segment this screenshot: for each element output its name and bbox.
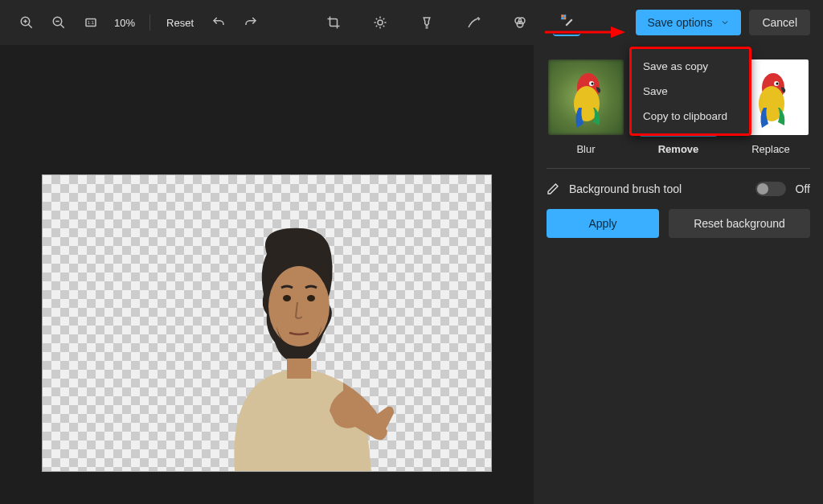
svg-point-34 xyxy=(592,83,594,85)
reset-zoom-button[interactable]: Reset xyxy=(160,12,200,34)
brush-toggle[interactable] xyxy=(755,182,786,196)
svg-rect-23 xyxy=(561,14,563,17)
undo-icon xyxy=(211,15,226,30)
option-blur[interactable]: Blur xyxy=(547,58,625,155)
brush-tool-row: Background brush tool Off xyxy=(547,182,810,196)
brush-toggle-state: Off xyxy=(796,182,810,195)
crop-tool-button[interactable] xyxy=(320,9,347,36)
save-options-button[interactable]: Save options xyxy=(636,10,741,35)
menu-save[interactable]: Save xyxy=(632,79,749,104)
reset-background-button[interactable]: Reset background xyxy=(669,209,810,238)
svg-point-29 xyxy=(307,295,315,301)
option-label: Remove xyxy=(658,143,699,155)
svg-marker-44 xyxy=(611,27,625,38)
redo-icon xyxy=(244,15,258,30)
filter-tool-button[interactable] xyxy=(413,9,440,36)
fit-screen-button[interactable]: 1:1 xyxy=(77,9,104,36)
svg-line-16 xyxy=(376,26,378,27)
adjustment-icon xyxy=(373,15,387,30)
svg-point-42 xyxy=(776,83,779,85)
save-options-label: Save options xyxy=(647,16,712,29)
svg-line-17 xyxy=(383,18,385,20)
annotation-arrow xyxy=(545,24,625,40)
parrot-icon xyxy=(564,68,612,132)
panel-actions: Apply Reset background xyxy=(547,209,810,238)
brush-tool-label: Background brush tool xyxy=(569,182,746,195)
undo-button[interactable] xyxy=(205,9,232,36)
svg-line-5 xyxy=(60,24,64,28)
crop-icon xyxy=(326,15,341,30)
cancel-button[interactable]: Cancel xyxy=(749,10,810,35)
fit-screen-icon: 1:1 xyxy=(84,15,98,30)
menu-save-as-copy[interactable]: Save as copy xyxy=(632,54,749,79)
svg-line-14 xyxy=(376,18,378,20)
divider xyxy=(547,168,810,169)
save-options-dropdown: Save as copy Save Copy to clipboard xyxy=(629,47,751,136)
blur-thumbnail xyxy=(547,58,625,137)
retouch-tool-button[interactable] xyxy=(506,9,534,36)
svg-rect-30 xyxy=(287,359,311,379)
zoom-percentage: 10% xyxy=(109,17,140,29)
option-label: Blur xyxy=(576,143,595,155)
redo-button[interactable] xyxy=(237,9,264,36)
svg-text:1:1: 1:1 xyxy=(88,20,95,25)
svg-line-1 xyxy=(28,24,32,28)
zoom-out-icon xyxy=(51,15,66,30)
markup-icon xyxy=(466,15,481,30)
svg-rect-24 xyxy=(563,14,566,17)
separator xyxy=(149,14,150,31)
filter-icon xyxy=(420,15,434,30)
adjustment-tool-button[interactable] xyxy=(366,9,394,36)
chevron-down-icon xyxy=(720,18,730,27)
toolbar-actions-group: Save options Cancel xyxy=(636,10,810,35)
svg-point-9 xyxy=(378,20,383,25)
toolbar-zoom-group: 1:1 10% Reset xyxy=(13,9,264,36)
zoom-in-button[interactable] xyxy=(13,9,40,36)
markup-tool-button[interactable] xyxy=(460,9,487,36)
apply-button[interactable]: Apply xyxy=(547,209,659,238)
svg-rect-26 xyxy=(563,17,566,19)
option-label: Replace xyxy=(751,143,790,155)
svg-point-28 xyxy=(283,295,291,301)
top-toolbar: 1:1 10% Reset xyxy=(0,0,823,45)
photo-subject-person xyxy=(186,222,412,471)
menu-copy-clipboard[interactable]: Copy to clipboard xyxy=(632,104,749,129)
svg-rect-25 xyxy=(561,17,563,19)
parrot-icon xyxy=(749,68,797,132)
image-canvas[interactable] xyxy=(42,174,492,472)
pencil-icon xyxy=(547,182,559,195)
zoom-in-icon xyxy=(19,15,34,30)
canvas-area xyxy=(0,45,534,504)
svg-line-15 xyxy=(383,26,385,27)
svg-point-22 xyxy=(517,22,523,28)
retouch-icon xyxy=(513,15,527,30)
zoom-out-button[interactable] xyxy=(45,9,72,36)
